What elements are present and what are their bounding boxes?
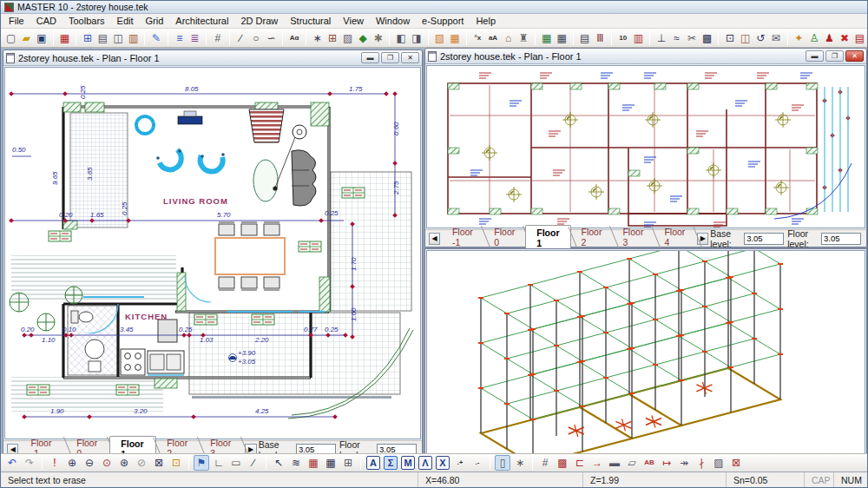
floor-tab-floor--1[interactable]: Floor -1 [20, 436, 66, 453]
restore-button[interactable]: ❐ [381, 52, 399, 63]
grid-icon[interactable]: # [211, 30, 225, 46]
stairs-icon[interactable]: ◫ [739, 30, 753, 46]
tools-icon[interactable]: ✱ [372, 30, 385, 46]
mouse-icon[interactable]: ▯ [495, 455, 510, 471]
chair-icon[interactable]: ⌂ [502, 30, 516, 46]
stamp2-icon[interactable]: ♜ [516, 30, 530, 46]
base-level-input[interactable] [296, 444, 336, 454]
zoom-out-icon[interactable]: ⊖ [82, 455, 97, 471]
regen-icon[interactable]: ! [47, 455, 62, 471]
text-x-button[interactable]: X [436, 456, 450, 470]
menu-item-architectural[interactable]: Architectural [169, 15, 234, 27]
comment-icon[interactable]: ✉ [769, 30, 783, 46]
form-icon[interactable]: ⊡ [723, 30, 737, 46]
break-icon[interactable]: ∤ [694, 455, 709, 471]
degree-icon[interactable]: °x [471, 30, 485, 46]
menu-item-help[interactable]: Help [470, 15, 502, 27]
rect-dark-icon[interactable]: ▬ [607, 455, 622, 471]
restore-button[interactable]: ❐ [825, 50, 844, 62]
hatch2-icon[interactable]: ▨ [711, 455, 727, 471]
print-net-icon[interactable]: ▤ [578, 30, 592, 46]
hatch-icon[interactable]: ▨ [341, 30, 355, 46]
print-red-icon[interactable]: ▤ [853, 30, 867, 46]
menu-item-2d-draw[interactable]: 2D Draw [234, 15, 284, 27]
list-blue-icon[interactable]: ≡ [173, 30, 187, 46]
left-plan-canvas[interactable]: 8.05 1.75 0.60 2.75 0.50 9.65 3.65 0.25 … [4, 67, 421, 439]
dot-plus-icon[interactable]: .+ [452, 455, 468, 471]
date-icon[interactable]: 10 [616, 30, 630, 46]
materials-icon[interactable]: ▥ [632, 30, 646, 46]
window-alt-icon[interactable]: ◨ [410, 30, 424, 46]
parallelogram-icon[interactable]: ▱ [624, 455, 640, 471]
menu-item-view[interactable]: View [337, 15, 370, 27]
table-dark-icon[interactable]: ▩ [700, 30, 714, 46]
zoom-dynamic-icon[interactable]: ⊛ [116, 455, 132, 471]
text-sigma-button[interactable]: Σ [384, 456, 398, 470]
status-num-indicator[interactable]: NUM [834, 472, 867, 487]
axis-icon[interactable]: ⊥ [654, 30, 668, 46]
map-arrow-icon[interactable]: ↦ [659, 455, 674, 471]
draw-line-icon[interactable]: ∕ [246, 455, 261, 471]
uturn-icon[interactable]: ↺ [753, 30, 767, 46]
model-3d-window[interactable] [424, 248, 867, 453]
grid-snap-icon[interactable]: # [537, 455, 553, 471]
line-icon[interactable]: ∕ [234, 30, 248, 46]
text-a-button[interactable]: A [366, 456, 380, 470]
calculator-icon[interactable]: ▦ [555, 30, 569, 46]
wave-icon[interactable]: ≈ [670, 30, 684, 46]
menu-item-window[interactable]: Window [370, 15, 416, 27]
save-icon[interactable]: ▣ [35, 30, 49, 46]
arrow-end-icon[interactable]: → [589, 455, 605, 471]
menu-item-grid[interactable]: Grid [140, 15, 170, 27]
floor-level-input[interactable] [821, 233, 861, 245]
floor-tab-floor-2[interactable]: Floor 2 [156, 436, 200, 453]
close-button[interactable]: ✕ [845, 50, 864, 62]
dot-minus-icon[interactable]: .- [470, 455, 485, 471]
minimize-button[interactable]: ▬ [806, 50, 824, 62]
pan-hand-icon[interactable]: ✦ [792, 30, 806, 46]
wall-icon[interactable]: ⊏ [572, 455, 588, 471]
table-edit-icon[interactable]: ▦ [306, 455, 321, 471]
text-lambda-button[interactable]: Λ [418, 456, 432, 470]
plan-window-right[interactable]: 2storey house.tek - Plan - Floor 1 ▬ ❐ ✕ [424, 48, 867, 247]
menu-item-file[interactable]: File [3, 15, 30, 27]
menu-item-edit[interactable]: Edit [111, 15, 140, 27]
model-3d-canvas[interactable] [426, 250, 865, 453]
person-add-icon[interactable]: ♙ [807, 30, 821, 46]
minimize-button[interactable]: ▬ [361, 52, 379, 63]
menu-item-structural[interactable]: Structural [284, 15, 337, 27]
cart-icon[interactable]: ◆ [356, 30, 370, 46]
find-text-icon[interactable]: aA [486, 30, 500, 46]
arc-icon[interactable]: ∽ [265, 30, 279, 46]
delete-icon[interactable]: ✖ [838, 30, 852, 46]
scissors-icon[interactable]: ✂ [685, 30, 699, 46]
base-level-input[interactable] [744, 233, 784, 245]
zoom-page-icon[interactable]: ⊡ [168, 455, 184, 471]
undo-icon[interactable]: ↶ [4, 455, 20, 471]
window-props-icon[interactable]: ◧ [394, 30, 408, 46]
boxed-x-icon[interactable]: ⊠ [728, 455, 744, 471]
node-icon[interactable]: ∗ [311, 30, 325, 46]
tab-scroll-left-button[interactable]: ◀ [7, 444, 18, 454]
list-purple-icon[interactable]: ≣ [187, 30, 201, 46]
cad-stamp-icon[interactable]: ▦ [58, 30, 72, 46]
person-remove-icon[interactable]: ♟ [823, 30, 837, 46]
blocks-icon[interactable]: ⊞ [326, 30, 339, 46]
close-button[interactable]: ✕ [401, 52, 419, 63]
view-camera-icon[interactable]: ◫ [111, 30, 125, 46]
text-icon[interactable]: Aα [287, 30, 301, 46]
column-grid-icon[interactable]: Ⅲ [594, 30, 608, 46]
select-icon[interactable]: ↖ [271, 455, 286, 471]
left-window-title-bar[interactable]: 2storey house.tek - Plan - Floor 1 ▬ ❐ ✕ [3, 50, 422, 66]
circle-icon[interactable]: ○ [249, 30, 263, 46]
pattern-icon[interactable]: ▩ [555, 455, 570, 471]
floor-tab-floor-0[interactable]: Floor 0 [66, 436, 109, 453]
tab-scroll-left-button[interactable]: ◀ [429, 233, 440, 245]
ab-icon[interactable]: AB [641, 455, 657, 471]
print-icon[interactable]: ▤ [96, 30, 110, 46]
table-icon[interactable]: ▦ [323, 455, 339, 471]
status-caps-indicator[interactable]: CAP [805, 472, 834, 487]
title-bar[interactable]: MASTER 10 - 2storey house.tek [1, 1, 867, 14]
plan-window-left[interactable]: 2storey house.tek - Plan - Floor 1 ▬ ❐ ✕ [3, 49, 423, 453]
corner-icon[interactable]: ∟ [211, 455, 227, 471]
